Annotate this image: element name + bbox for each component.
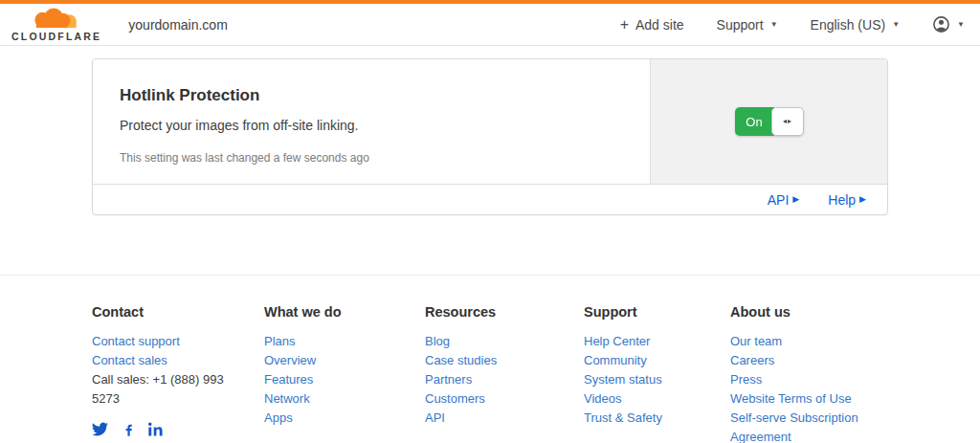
footer-columns: Contact Contact supportContact salesCall… xyxy=(92,299,888,443)
user-avatar-icon xyxy=(932,15,950,33)
site-footer: Contact Contact supportContact salesCall… xyxy=(0,275,980,443)
toggle-handle[interactable]: ◂▸ xyxy=(771,107,804,136)
footer-link[interactable]: Contact sales xyxy=(92,353,167,367)
cloudflare-logo[interactable]: CLOUDFLARE xyxy=(11,8,101,42)
arrow-right-icon: ▶ xyxy=(859,195,866,204)
account-menu[interactable]: ▼ xyxy=(932,15,965,33)
footer-column-title: Support xyxy=(584,304,730,320)
arrow-left-icon: ◂ xyxy=(783,118,787,125)
support-label: Support xyxy=(717,17,764,33)
language-menu[interactable]: English (US) ▼ xyxy=(811,17,901,33)
chevron-down-icon: ▼ xyxy=(770,21,778,29)
footer-link-list: Contact supportContact salesCall sales: … xyxy=(92,332,264,409)
footer-link[interactable]: Partners xyxy=(425,372,472,387)
last-changed-note: This setting was last changed a few seco… xyxy=(120,151,623,165)
footer-column-title: Resources xyxy=(425,304,584,320)
footer-link[interactable]: Self-serve Subscription Agreement xyxy=(730,410,858,443)
footer-text: Call sales: +1 (888) 993 5273 xyxy=(92,370,251,409)
support-menu[interactable]: Support ▼ xyxy=(717,17,778,33)
footer-link-list: BlogCase studiesPartnersCustomersAPI xyxy=(425,332,584,428)
hotlink-protection-toggle[interactable]: On ◂▸ xyxy=(735,107,804,136)
footer-column: Contact Contact supportContact salesCall… xyxy=(92,299,264,443)
footer-link[interactable]: Apps xyxy=(264,410,293,425)
help-link-label: Help xyxy=(828,192,856,208)
cloudflare-cloud-icon xyxy=(27,8,86,32)
footer-link[interactable]: Our team xyxy=(730,334,782,348)
footer-link[interactable]: Trust & Safety xyxy=(584,410,662,425)
social-icons xyxy=(92,421,264,437)
plus-icon: + xyxy=(620,17,629,33)
footer-link[interactable]: Contact support xyxy=(92,334,180,348)
add-site-label: Add site xyxy=(635,17,684,33)
footer-link[interactable]: Community xyxy=(584,353,647,367)
footer-link[interactable]: Features xyxy=(264,372,313,387)
footer-link[interactable]: Help Center xyxy=(584,334,650,348)
api-link[interactable]: API▶ xyxy=(768,192,800,208)
chevron-down-icon: ▼ xyxy=(957,21,965,29)
toggle-state-label: On xyxy=(735,107,774,136)
footer-link[interactable]: API xyxy=(425,410,445,425)
footer-link-list: Help CenterCommunitySystem statusVideosT… xyxy=(584,332,730,428)
footer-column: Resources BlogCase studiesPartnersCustom… xyxy=(425,299,584,443)
footer-link[interactable]: System status xyxy=(584,372,662,387)
api-link-label: API xyxy=(768,192,790,208)
card-description: Protect your images from off-site linkin… xyxy=(120,118,623,133)
footer-column-title: About us xyxy=(730,304,888,320)
hotlink-protection-card: Hotlink Protection Protect your images f… xyxy=(92,58,888,215)
footer-link[interactable]: Plans xyxy=(264,334,296,348)
setting-control-panel: On ◂▸ xyxy=(650,59,887,184)
card-title: Hotlink Protection xyxy=(120,86,623,105)
facebook-icon[interactable] xyxy=(121,422,136,437)
main-content: Hotlink Protection Protect your images f… xyxy=(92,58,888,215)
footer-link[interactable]: Website Terms of Use xyxy=(730,391,852,406)
twitter-icon[interactable] xyxy=(92,421,108,437)
footer-link[interactable]: Network xyxy=(264,391,310,406)
linkedin-icon[interactable] xyxy=(148,421,165,437)
arrow-right-icon: ▶ xyxy=(792,195,799,204)
footer-link[interactable]: Careers xyxy=(730,353,774,367)
footer-column: What we do PlansOverviewFeaturesNetworkA… xyxy=(264,299,425,443)
add-site-button[interactable]: + Add site xyxy=(620,17,684,33)
header: CLOUDFLARE yourdomain.com + Add site Sup… xyxy=(0,4,980,46)
card-footer: API▶ Help▶ xyxy=(93,184,887,214)
footer-link[interactable]: Case studies xyxy=(425,353,497,367)
footer-column-title: Contact xyxy=(92,304,264,320)
language-label: English (US) xyxy=(811,17,886,33)
arrow-right-icon: ▸ xyxy=(788,118,791,125)
chevron-down-icon: ▼ xyxy=(892,21,900,29)
footer-link[interactable]: Blog xyxy=(425,334,450,348)
footer-column-title: What we do xyxy=(264,304,425,320)
footer-link[interactable]: Overview xyxy=(264,353,316,367)
footer-link[interactable]: Press xyxy=(730,372,762,387)
footer-column: Support Help CenterCommunitySystem statu… xyxy=(584,299,730,443)
help-link[interactable]: Help▶ xyxy=(828,192,866,208)
current-domain: yourdomain.com xyxy=(128,17,228,33)
cloudflare-wordmark: CLOUDFLARE xyxy=(11,31,101,42)
footer-link-list: Our teamCareersPressWebsite Terms of Use… xyxy=(730,332,888,443)
footer-column: About us Our teamCareersPressWebsite Ter… xyxy=(730,299,888,443)
footer-link[interactable]: Customers xyxy=(425,391,485,406)
footer-link[interactable]: Videos xyxy=(584,391,622,406)
footer-link-list: PlansOverviewFeaturesNetworkApps xyxy=(264,332,425,428)
